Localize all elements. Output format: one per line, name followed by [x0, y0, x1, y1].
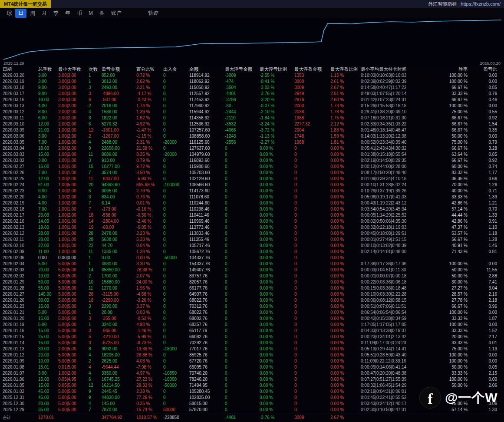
table-row[interactable]: 2026.01.27140.005.00|5.0028-3115.00-4.58…	[0, 291, 504, 297]
cell-total-lots: 61.00	[38, 182, 58, 188]
cell-cash-flow: 0	[163, 261, 189, 267]
table-row[interactable]: 2026.01.2950.005.00|5.001015880.0024.00 …	[0, 279, 504, 285]
table-row[interactable]: 2026.03.203.003.00|3.001852.000.72 %0118…	[0, 73, 504, 79]
menu-tab[interactable]: 日	[15, 9, 26, 18]
table-row[interactable]: 2026.02.2512.001.00|2.0011-6437.00-5.93 …	[0, 176, 504, 182]
table-row[interactable]: 2026.01.1615.005.00|5.003-965.00-1.46 %0…	[0, 328, 504, 334]
table-row[interactable]: 2026.02.2715.001.00|1.001510277.009.72 %…	[0, 164, 504, 170]
table-row[interactable]: 2026.01.0815.010.01|5.004-5644.44-7.98 %…	[0, 364, 504, 370]
table-row[interactable]: 2026.02.1022.001.00|1.002244.700.04 %010…	[0, 243, 504, 249]
menu-tab[interactable]: M	[86, 9, 96, 17]
table-row[interactable]: 2026.02.187.001.00|1.007-173.00-0.16 %01…	[0, 206, 504, 212]
cell-max-float-loss: 0	[225, 243, 260, 249]
cell-percent: 2.79 %	[136, 188, 163, 194]
menu-tab[interactable]: 轨迹	[145, 9, 161, 18]
table-row[interactable]: 2026.01.073.001.00|2.0043350.004.97 %-10…	[0, 370, 504, 376]
cell-max-float-profit-pct: 0.00 %	[330, 164, 361, 170]
equity-chart: 2025.12.29 2026.03.20	[0, 18, 504, 66]
table-row[interactable]: 2026.01.215.005.00|5.00120.000.03 %06802…	[0, 310, 504, 316]
cell-min-max-lots: 1.00|1.00	[58, 224, 89, 231]
cell-cash-flow: 0	[163, 176, 189, 182]
table-row[interactable]: 2026.02.1614.001.00|1.0014-2804.00-2.46 …	[0, 218, 504, 224]
table-row[interactable]: 2026.03.023.001.00|1.003913.000.79 %0116…	[0, 158, 504, 164]
cell-min-max-lots: 1.00|5.00	[58, 182, 89, 188]
table-row[interactable]: 2026.02.194.001.00|2.0076.140.01 %011024…	[0, 200, 504, 206]
table-row[interactable]: 2026.01.2315.005.00|5.0032290.003.37 %07…	[0, 303, 504, 310]
table-row[interactable]: 2026.03.116.002.00|2.0031822.001.62 %011…	[0, 115, 504, 121]
table-row[interactable]: 2026.03.063.001.00|2.002-1267.00-1.15 %0…	[0, 133, 504, 139]
cell-min-max-lots: 5.00|5.00	[58, 395, 89, 401]
menu-tab[interactable]: 综	[3, 9, 15, 18]
brand-url-link[interactable]: https://fxznzb.com/	[461, 1, 501, 7]
table-footer-row: 合计1270.01347764.921010.57 %-228850-4401-…	[0, 413, 504, 422]
table-row[interactable]: 2026.01.1330.002.00|5.0089092.0013.39 %-…	[0, 346, 504, 352]
cell-hold-time: 0:00:09|0:14:06|0:41:14	[361, 364, 434, 370]
table-row[interactable]: 2026.01.2690.005.00|5.0018-2290.00-3.26 …	[0, 297, 504, 303]
table-row[interactable]: 2026.02.267.001.00|1.0073574.003.50 %010…	[0, 170, 504, 176]
table-row[interactable]: 2026.02.0911.001.00|1.00111335.001.28 %0…	[0, 249, 504, 255]
table-row[interactable]: 2026.02.0370.005.00|5.001465850.0078.38 …	[0, 267, 504, 273]
cell-percent: 2.07 %	[136, 273, 163, 279]
table-row[interactable]: 2026.01.2015.005.00|5.003-355.00-0.52 %0…	[0, 316, 504, 322]
table-row[interactable]: 2026.03.134.002.00|2.0022016.001.74 %011…	[0, 103, 504, 109]
cell-min-max-lots: 1.00|1.00	[58, 237, 89, 243]
table-row[interactable]: 2026.02.045.005.00|5.0014930.003.30 %015…	[0, 261, 504, 267]
table-row[interactable]: 2026.03.1012.002.00|2.0065279.324.92 %01…	[0, 121, 504, 127]
cell-hold-time: 0:00:32|0:22:18|1:19:03	[361, 224, 434, 231]
table-row[interactable]: 2026.02.1128.001.00|1.00285638.005.33 %0…	[0, 237, 504, 243]
cell-count: 12	[89, 127, 102, 133]
cell-max-float-loss: 0	[225, 370, 260, 376]
col-header-max-float-profit-pct: 最大浮盈比例	[330, 66, 361, 73]
table-row[interactable]: 2026.02.060.000.00|0.0010.000.00 %-50000…	[0, 255, 504, 261]
cell-cash-flow: 0	[163, 389, 189, 395]
cell-pl-ratio: 1.33	[468, 212, 497, 218]
menu-tab[interactable]: 币	[74, 9, 85, 18]
table-row[interactable]: 2026.01.0910.005.00|5.0022625.004.03 %06…	[0, 358, 504, 364]
cell-win-rate: 33.33 %	[434, 340, 468, 346]
table-row[interactable]: 2026.03.193.003.00|3.0013012.002.62 %011…	[0, 79, 504, 85]
cell-total-lots: 19.00	[38, 224, 58, 231]
table-row[interactable]: 2026.02.2461.001.00|5.002094393.60665.98…	[0, 182, 504, 188]
table-row[interactable]: 2026.03.179.003.00|3.003-4896.00-4.17 %0…	[0, 91, 504, 97]
cell-max-float-profit: 2277.32	[294, 121, 330, 127]
table-row[interactable]: 2026.03.0418.002.00|2.00922658.0021.58 %…	[0, 145, 504, 152]
cell-percent: 4.92 %	[136, 121, 163, 127]
cell-percent: 1.28 %	[136, 249, 163, 255]
table-row[interactable]: 2026.01.0615.000.05|4.95616745.2527.23 %…	[0, 376, 504, 382]
menu-tab[interactable]: 年	[62, 9, 73, 18]
table-row[interactable]: 2026.02.204.001.00|2.003834.000.76 %0111…	[0, 194, 504, 200]
cell-balance: 112557.92	[189, 91, 225, 97]
menu-tab[interactable]: 备	[96, 9, 108, 18]
table-row[interactable]: 2026.03.0315.001.00|2.00118086.008.35 %-…	[0, 152, 504, 158]
table-row[interactable]: 2026.01.195.005.00|5.0013240.004.98 %068…	[0, 322, 504, 328]
menu-tab[interactable]: 周	[27, 9, 38, 18]
cell-max-float-profit-pct: 0.00 %	[330, 231, 361, 237]
table-row[interactable]: 2026.02.0210.005.00|5.0021700.002.07 %08…	[0, 273, 504, 279]
menu-tab[interactable]: 账户	[108, 9, 125, 18]
cell-max-float-loss-pct: 0.00 %	[260, 328, 294, 334]
cell-max-float-loss-pct: 0.00 %	[260, 243, 294, 249]
table-row[interactable]: 2026.03.057.001.00|2.0042488.002.31 %-20…	[0, 139, 504, 145]
table-row[interactable]: 2026.03.0921.001.00|2.0012-1601.00-1.47 …	[0, 127, 504, 133]
table-row[interactable]: 2026.01.1525.005.00|5.005-4210.00-5.99 %…	[0, 334, 504, 340]
table-row[interactable]: 2026.02.1319.001.00|1.0019-60.00-0.05 %0…	[0, 224, 504, 231]
cell-percent: 3.37 %	[136, 303, 163, 310]
table-row[interactable]: 2026.03.128.002.00|2.0041586.001.39 %011…	[0, 109, 504, 115]
table-row[interactable]: 2026.03.189.003.00|3.0032493.002.21 %011…	[0, 85, 504, 91]
cell-win-rate: 56.67 %	[434, 237, 468, 243]
menu-tab[interactable]: 季	[50, 9, 62, 18]
table-row[interactable]: 2026.03.1618.003.00|3.006-507.00-0.43 %0…	[0, 97, 504, 103]
table-row[interactable]: 2026.02.1228.001.00|1.00282478.002.23 %0…	[0, 231, 504, 237]
table-row[interactable]: 2026.01.1220.005.00|5.00418205.0026.88 %…	[0, 352, 504, 358]
cell-pl-ratio: 0.00	[468, 73, 497, 79]
cell-pl-ratio: 0.85	[468, 152, 497, 158]
table-row[interactable]: 2026.01.2855.005.00|5.00111270.001.96 %0…	[0, 285, 504, 291]
cell-count: 1	[89, 322, 102, 328]
cell-percent: -5.99 %	[136, 334, 163, 340]
table-row[interactable]: 2026.02.1723.001.00|2.0018-558.00-0.50 %…	[0, 212, 504, 218]
table-row[interactable]: 2026.02.239.001.00|2.0053095.002.79 %011…	[0, 188, 504, 194]
cell-min-max-lots: 5.00|5.00	[58, 334, 89, 340]
table-row[interactable]: 2026.01.1415.005.00|5.003-6725.00-8.73 %…	[0, 340, 504, 346]
menu-tab[interactable]: 月	[39, 9, 50, 18]
cell-count: 5	[89, 334, 102, 340]
